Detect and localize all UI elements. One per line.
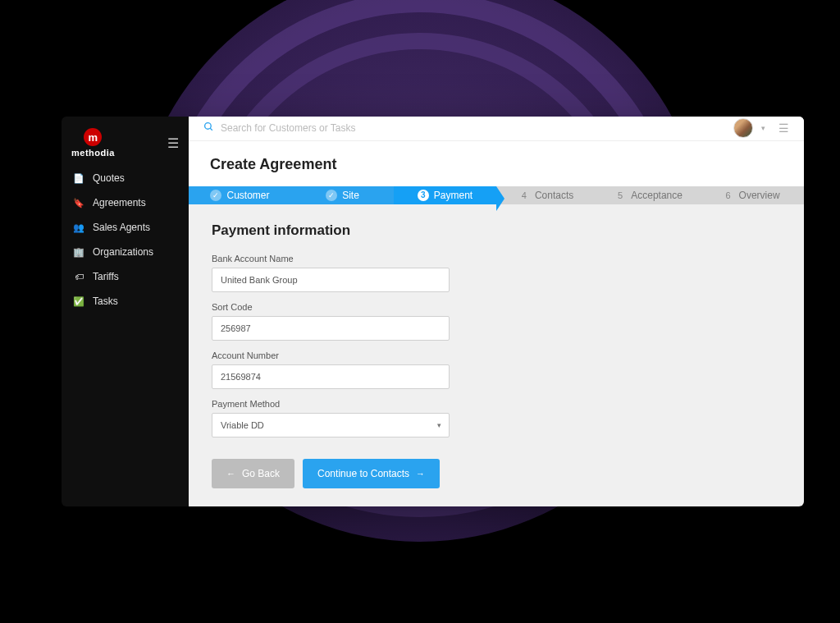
step-overview[interactable]: 6 Overview — [701, 186, 804, 204]
step-site[interactable]: ✓ Site — [291, 186, 394, 204]
document-icon: 📄 — [73, 173, 84, 184]
field-account-number: Account Number — [212, 350, 781, 389]
field-label: Payment Method — [212, 399, 781, 409]
sidebar-item-label: Tariffs — [93, 271, 119, 282]
field-sort-code: Sort Code — [212, 302, 781, 341]
menu-toggle-icon[interactable]: ☰ — [167, 135, 179, 151]
hamburger-icon[interactable]: ☰ — [778, 121, 789, 135]
sidebar-item-agreements[interactable]: 🔖 Agreements — [62, 190, 189, 215]
chevron-down-icon[interactable]: ▾ — [761, 124, 765, 132]
page-header: Create Agreement — [189, 141, 804, 186]
step-label: Site — [342, 190, 359, 201]
step-number: 6 — [725, 190, 730, 200]
search-input[interactable] — [221, 122, 467, 134]
field-bank-account-name: Bank Account Name — [212, 254, 781, 292]
sidebar-item-tariffs[interactable]: 🏷 Tariffs — [62, 264, 189, 289]
app-window: m methodia ☰ 📄 Quotes 🔖 Agreements 👥 Sal… — [62, 117, 804, 506]
sidebar-item-label: Organizations — [93, 246, 153, 258]
step-label: Overview — [739, 190, 780, 201]
step-payment[interactable]: 3 Payment — [394, 186, 496, 204]
content-area: Payment information Bank Account Name So… — [189, 204, 804, 506]
search-wrap — [203, 121, 733, 135]
step-acceptance[interactable]: 5 Acceptance — [599, 186, 701, 204]
sidebar-item-label: Agreements — [93, 197, 146, 208]
topbar-right: ▾ ☰ — [733, 118, 789, 138]
field-label: Bank Account Name — [212, 254, 781, 263]
users-icon: 👥 — [73, 222, 84, 233]
step-number: 5 — [618, 190, 623, 200]
brand-logo: m methodia — [71, 128, 115, 158]
check-circle-icon: ✓ — [210, 190, 221, 201]
sidebar-item-label: Tasks — [93, 295, 118, 307]
main-panel: ▾ ☰ Create Agreement ✓ Customer ✓ Site 3… — [189, 117, 804, 506]
bank-account-name-input[interactable] — [212, 268, 450, 292]
svg-point-0 — [205, 123, 212, 130]
go-back-button[interactable]: ← Go Back — [212, 459, 294, 488]
continue-button[interactable]: Continue to Contacts → — [303, 459, 440, 488]
sidebar-item-tasks[interactable]: ✅ Tasks — [62, 289, 189, 314]
action-bar: ← Go Back Continue to Contacts → — [212, 459, 781, 488]
org-icon: 🏢 — [73, 247, 84, 258]
step-label: Acceptance — [631, 190, 682, 201]
avatar[interactable] — [733, 118, 753, 138]
step-number-badge: 3 — [418, 190, 429, 201]
topbar: ▾ ☰ — [189, 117, 804, 141]
check-icon: ✅ — [73, 296, 84, 307]
field-label: Account Number — [212, 350, 781, 360]
sidebar-item-label: Quotes — [93, 172, 125, 184]
brand-name: methodia — [71, 148, 115, 158]
tag-icon: 🏷 — [73, 272, 84, 282]
search-icon — [203, 121, 214, 135]
section-title: Payment information — [212, 222, 781, 239]
button-label: Go Back — [242, 468, 280, 479]
step-contacts[interactable]: 4 Contacts — [496, 186, 599, 204]
page-title: Create Agreement — [210, 156, 783, 173]
brand-mark: m — [84, 128, 102, 146]
step-number: 4 — [522, 190, 527, 200]
stepper: ✓ Customer ✓ Site 3 Payment 4 Contacts 5… — [189, 186, 804, 204]
field-payment-method: Payment Method Vriable DD ▾ — [212, 399, 781, 437]
step-label: Contacts — [535, 190, 573, 201]
sidebar-item-label: Sales Agents — [93, 222, 150, 233]
sidebar: m methodia ☰ 📄 Quotes 🔖 Agreements 👥 Sal… — [62, 117, 189, 506]
bookmark-icon: 🔖 — [73, 198, 84, 208]
step-label: Customer — [226, 190, 269, 201]
step-customer[interactable]: ✓ Customer — [189, 186, 291, 204]
svg-line-1 — [210, 129, 212, 131]
step-label: Payment — [434, 190, 472, 201]
sidebar-item-organizations[interactable]: 🏢 Organizations — [62, 240, 189, 264]
sidebar-item-quotes[interactable]: 📄 Quotes — [62, 166, 189, 190]
field-label: Sort Code — [212, 302, 781, 312]
sidebar-header: m methodia ☰ — [62, 123, 189, 166]
sidebar-item-sales-agents[interactable]: 👥 Sales Agents — [62, 215, 189, 240]
arrow-left-icon: ← — [226, 469, 235, 479]
button-label: Continue to Contacts — [317, 468, 409, 479]
arrow-right-icon: → — [416, 469, 425, 479]
account-number-input[interactable] — [212, 364, 450, 389]
sort-code-input[interactable] — [212, 316, 450, 341]
check-circle-icon: ✓ — [326, 190, 337, 201]
payment-method-select[interactable]: Vriable DD — [212, 413, 450, 437]
